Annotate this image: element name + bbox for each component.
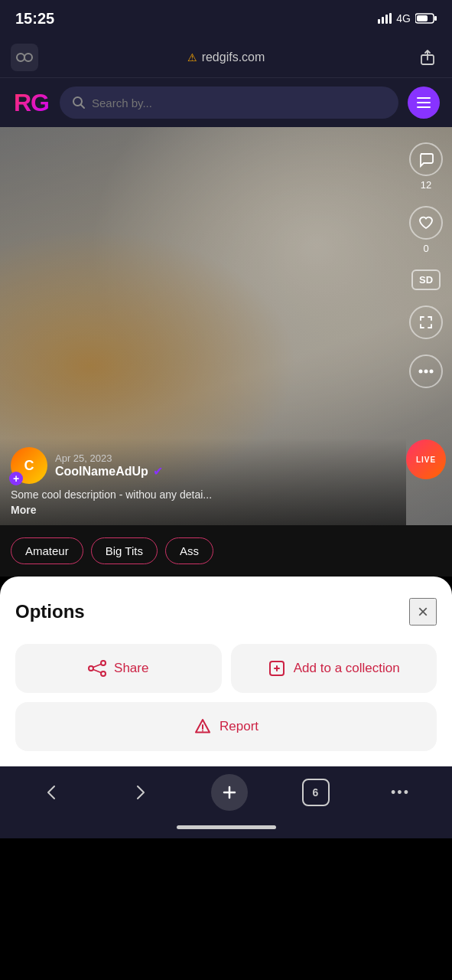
svg-point-14 bbox=[424, 370, 428, 374]
dots-icon bbox=[409, 354, 443, 388]
svg-rect-2 bbox=[385, 15, 388, 24]
like-count: 0 bbox=[423, 243, 428, 254]
svg-rect-0 bbox=[378, 19, 380, 24]
more-button[interactable]: More bbox=[11, 504, 395, 516]
quality-badge: SD bbox=[411, 270, 441, 290]
network-type: 4G bbox=[396, 12, 411, 24]
browser-bar: ⚠ redgifs.com bbox=[0, 37, 452, 78]
fullscreen-button[interactable] bbox=[409, 305, 443, 339]
svg-point-23 bbox=[202, 730, 203, 732]
options-sheet: Options × Share Add to a collection bbox=[0, 577, 452, 766]
more-options-button[interactable] bbox=[409, 354, 443, 388]
follow-button[interactable]: + bbox=[9, 472, 23, 485]
svg-point-13 bbox=[419, 370, 423, 374]
signal-icon bbox=[378, 13, 392, 24]
svg-point-18 bbox=[101, 671, 106, 676]
fullscreen-icon bbox=[409, 305, 443, 339]
url-text: redgifs.com bbox=[202, 51, 265, 64]
heart-icon bbox=[409, 206, 443, 240]
add-to-collection-button[interactable]: Add to a collection bbox=[231, 644, 437, 693]
browser-nav: 6 ••• bbox=[0, 766, 452, 815]
share-label: Share bbox=[114, 661, 148, 676]
video-right-icons: 12 0 SD bbox=[409, 142, 443, 388]
options-grid: Share Add to a collection bbox=[15, 644, 437, 693]
svg-point-17 bbox=[89, 666, 93, 671]
tags-row: Amateur Big Tits Ass bbox=[0, 525, 452, 577]
options-title: Options bbox=[15, 601, 85, 622]
user-row: C + Apr 25, 2023 CoolNameAdUp ✔ bbox=[11, 447, 395, 484]
options-header: Options × bbox=[15, 598, 437, 626]
status-bar: 15:25 4G bbox=[0, 0, 452, 37]
new-tab-button[interactable] bbox=[211, 774, 248, 811]
battery-icon bbox=[415, 13, 437, 24]
close-sheet-button[interactable]: × bbox=[409, 598, 437, 626]
forward-button[interactable] bbox=[123, 776, 157, 809]
home-indicator bbox=[0, 815, 452, 838]
status-icons: 4G bbox=[378, 12, 437, 24]
video-description: Some cool description - withou any detai… bbox=[11, 488, 395, 501]
svg-line-19 bbox=[93, 665, 101, 668]
comment-count: 12 bbox=[421, 179, 431, 191]
post-date: Apr 25, 2023 bbox=[55, 452, 395, 464]
tag-big-tits[interactable]: Big Tits bbox=[91, 537, 158, 564]
comment-button[interactable]: 12 bbox=[409, 142, 443, 191]
browser-more-button[interactable]: ••• bbox=[384, 776, 418, 809]
back-button[interactable] bbox=[35, 776, 69, 809]
search-icon bbox=[72, 96, 86, 109]
svg-rect-5 bbox=[434, 16, 437, 21]
forward-icon bbox=[131, 783, 149, 802]
avatar-wrap: C + bbox=[11, 447, 47, 484]
search-input[interactable] bbox=[92, 96, 386, 109]
search-bar[interactable] bbox=[60, 87, 398, 119]
svg-rect-1 bbox=[382, 17, 384, 24]
svg-rect-6 bbox=[417, 15, 428, 21]
warning-icon: ⚠ bbox=[187, 51, 197, 64]
live-badge[interactable]: LIVE bbox=[406, 439, 446, 479]
logo[interactable]: RG bbox=[12, 87, 50, 119]
svg-point-16 bbox=[101, 661, 106, 665]
svg-line-12 bbox=[81, 105, 85, 109]
glasses-icon bbox=[16, 51, 33, 64]
more-dots-label: ••• bbox=[391, 785, 410, 801]
comment-icon bbox=[409, 142, 443, 176]
live-label: LIVE bbox=[416, 456, 436, 464]
svg-line-20 bbox=[93, 670, 101, 673]
video-area: 12 0 SD bbox=[0, 127, 452, 525]
plus-icon bbox=[220, 783, 239, 802]
collection-icon bbox=[268, 659, 286, 678]
user-name[interactable]: CoolNameAdUp bbox=[55, 465, 148, 479]
report-icon bbox=[193, 717, 212, 736]
svg-rect-3 bbox=[389, 13, 392, 24]
home-bar bbox=[177, 825, 276, 829]
menu-button[interactable] bbox=[408, 87, 440, 119]
share-browser-button[interactable] bbox=[414, 44, 441, 71]
user-name-row: CoolNameAdUp ✔ bbox=[55, 464, 395, 479]
verified-icon: ✔ bbox=[153, 464, 163, 479]
status-time: 15:25 bbox=[15, 10, 54, 28]
share-icon bbox=[88, 660, 106, 677]
svg-point-7 bbox=[17, 54, 24, 61]
back-icon bbox=[43, 783, 61, 802]
extension-icon[interactable] bbox=[11, 44, 38, 71]
share-browser-icon bbox=[419, 49, 436, 66]
svg-point-15 bbox=[430, 370, 434, 374]
user-info: Apr 25, 2023 CoolNameAdUp ✔ bbox=[55, 452, 395, 479]
add-to-collection-label: Add to a collection bbox=[294, 661, 400, 676]
like-button[interactable]: 0 bbox=[409, 206, 443, 254]
tabs-button[interactable]: 6 bbox=[302, 779, 330, 806]
user-overlay: C + Apr 25, 2023 CoolNameAdUp ✔ Some coo… bbox=[0, 438, 406, 525]
tag-ass[interactable]: Ass bbox=[165, 537, 213, 564]
report-button[interactable]: Report bbox=[15, 702, 437, 751]
share-button[interactable]: Share bbox=[15, 644, 222, 693]
report-label: Report bbox=[219, 719, 259, 734]
svg-point-8 bbox=[24, 54, 32, 61]
app-header: RG bbox=[0, 78, 452, 127]
quality-toggle[interactable]: SD bbox=[411, 270, 441, 290]
url-bar[interactable]: ⚠ redgifs.com bbox=[46, 51, 406, 64]
tag-amateur[interactable]: Amateur bbox=[11, 537, 83, 564]
